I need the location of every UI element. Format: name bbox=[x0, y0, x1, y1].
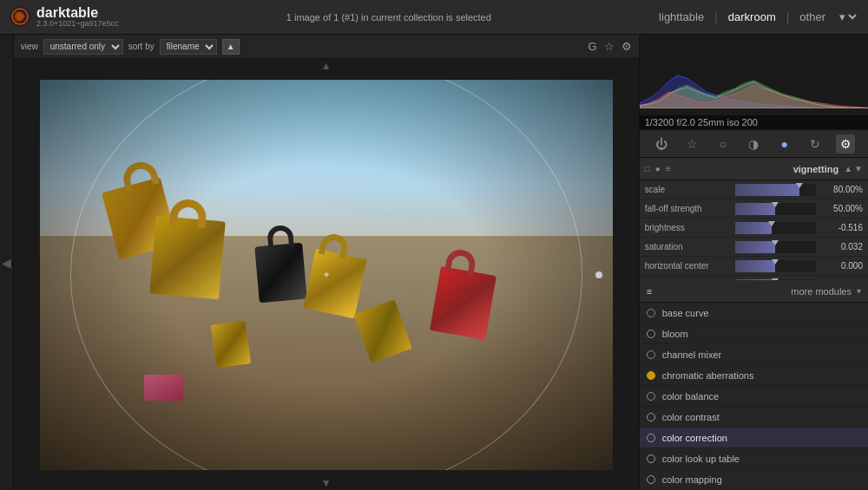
padlock-black bbox=[254, 242, 306, 303]
module-bullet-3 bbox=[647, 371, 655, 380]
module-bullet-8 bbox=[647, 475, 655, 484]
module-bullet-4 bbox=[647, 392, 655, 401]
param-row-1[interactable]: fall-off strength50.00% bbox=[640, 199, 868, 219]
more-modules-label: more modules bbox=[657, 286, 852, 297]
nav-lighttable[interactable]: lighttable bbox=[659, 10, 704, 23]
params-area: scale80.00%fall-off strength50.00%bright… bbox=[640, 180, 868, 280]
param-marker-3 bbox=[772, 240, 779, 245]
module-item-label-6: color correction bbox=[662, 433, 727, 443]
power-icon[interactable]: ⏻ bbox=[652, 134, 671, 154]
param-bar-5[interactable] bbox=[735, 279, 816, 281]
app-version: 2.3.0+1021~ga917e5cc bbox=[36, 20, 119, 29]
module-preset-icon[interactable]: ● bbox=[655, 164, 661, 173]
module-item-4[interactable]: color balance bbox=[640, 386, 868, 407]
module-list: base curvebloomchannel mixerchromatic ab… bbox=[640, 303, 868, 490]
padlock-2 bbox=[149, 215, 226, 299]
module-enable-icon[interactable]: □ bbox=[645, 164, 650, 173]
dot-circle-icon[interactable]: ● bbox=[775, 134, 794, 154]
module-bullet-1 bbox=[647, 330, 655, 338]
half-circle-icon[interactable]: ◑ bbox=[744, 134, 763, 154]
param-bar-fill-3 bbox=[735, 241, 776, 253]
histogram: 1/3200 f/2.0 25mm iso 200 bbox=[640, 35, 868, 130]
nav-dropdown[interactable]: ▾ bbox=[836, 10, 859, 24]
image-viewport: ✦ bbox=[14, 73, 639, 476]
nav-darkroom[interactable]: darkroom bbox=[728, 10, 776, 23]
module-bullet-0 bbox=[647, 309, 655, 317]
module-item-1[interactable]: bloom bbox=[640, 323, 868, 344]
circle-module-icon[interactable]: ○ bbox=[713, 134, 733, 154]
status-message: 1 image of 1 (#1) in current collection … bbox=[286, 12, 491, 23]
module-item-label-5: color contrast bbox=[662, 412, 720, 422]
param-marker-0 bbox=[796, 183, 803, 188]
module-up-arrow[interactable]: ▲ bbox=[844, 164, 852, 173]
param-bar-1[interactable] bbox=[735, 203, 816, 215]
param-row-3[interactable]: saturation0.032 bbox=[640, 238, 868, 257]
module-item-3[interactable]: chromatic aberrations bbox=[640, 365, 868, 386]
g-icon[interactable]: G bbox=[589, 40, 597, 53]
star-module-icon[interactable]: ☆ bbox=[683, 134, 702, 154]
settings-module-icon[interactable]: ⚙ bbox=[836, 134, 855, 154]
module-bullet-5 bbox=[647, 413, 655, 421]
param-bar-4[interactable] bbox=[735, 260, 816, 272]
param-bar-fill-4 bbox=[735, 260, 776, 272]
logo-area: darktable 2.3.0+1021~ga917e5cc bbox=[9, 5, 119, 29]
module-item-8[interactable]: color mapping bbox=[640, 469, 868, 490]
param-value-1: 50.00% bbox=[819, 204, 863, 213]
param-bar-0[interactable] bbox=[735, 184, 816, 196]
nav-other[interactable]: other bbox=[799, 10, 825, 23]
module-item-6[interactable]: color correction bbox=[640, 428, 868, 448]
param-bar-fill-1 bbox=[735, 203, 776, 215]
param-row-0[interactable]: scale80.00% bbox=[640, 180, 868, 199]
module-item-label-1: bloom bbox=[662, 329, 688, 339]
refresh-icon[interactable]: ↻ bbox=[806, 134, 825, 154]
module-bullet-7 bbox=[647, 454, 655, 463]
module-bullet-6 bbox=[647, 434, 655, 442]
param-marker-2 bbox=[768, 221, 775, 226]
padlock-red bbox=[430, 265, 496, 339]
param-bar-fill-2 bbox=[735, 222, 772, 234]
module-item-2[interactable]: channel mixer bbox=[640, 344, 868, 365]
module-bullet-2 bbox=[647, 350, 655, 359]
sort-select[interactable]: filename bbox=[160, 39, 217, 55]
right-panel: 1/3200 f/2.0 25mm iso 200 ⏻ ☆ ○ ◑ ● ↻ ⚙ … bbox=[639, 35, 868, 490]
main-image: ✦ bbox=[40, 80, 613, 470]
more-modules-row[interactable]: ≡ more modules ▾ bbox=[640, 280, 868, 303]
module-item-7[interactable]: color look up table bbox=[640, 448, 868, 469]
param-value-4: 0.000 bbox=[819, 261, 863, 271]
module-nav-arrows: ▲ ▼ bbox=[844, 164, 863, 173]
view-label: view bbox=[21, 42, 38, 51]
view-select[interactable]: unstarred only bbox=[43, 39, 123, 55]
module-item-label-7: color look up table bbox=[662, 454, 740, 464]
module-item-5[interactable]: color contrast bbox=[640, 407, 868, 428]
param-value-2: -0.516 bbox=[819, 223, 863, 232]
param-label-4: horizontal center bbox=[645, 261, 732, 271]
gear-icon[interactable]: ⚙ bbox=[621, 40, 632, 53]
nav-sep-2: | bbox=[786, 10, 790, 24]
param-value-3: 0.032 bbox=[819, 242, 863, 252]
param-marker-4 bbox=[772, 259, 779, 265]
param-label-1: fall-off strength bbox=[645, 204, 732, 213]
param-marker-1 bbox=[772, 202, 779, 207]
module-item-label-0: base curve bbox=[662, 308, 709, 318]
module-item-0[interactable]: base curve bbox=[640, 303, 868, 323]
param-bar-3[interactable] bbox=[735, 241, 816, 253]
app-name: darktable bbox=[36, 5, 119, 21]
param-bar-2[interactable] bbox=[735, 222, 816, 234]
star-icon[interactable]: ☆ bbox=[604, 40, 615, 53]
param-value-0: 80.00% bbox=[819, 185, 863, 194]
down-arrow-button[interactable]: ▼ bbox=[14, 476, 639, 490]
circle-handle[interactable] bbox=[595, 271, 602, 278]
param-row-4[interactable]: horizontal center0.000 bbox=[640, 257, 868, 276]
module-item-label-2: channel mixer bbox=[662, 350, 721, 360]
center-panel: view unstarred only sort by filename ▲ G… bbox=[14, 35, 639, 490]
main-area: ◀ view unstarred only sort by filename ▲… bbox=[0, 35, 868, 490]
up-arrow-button[interactable]: ▲ bbox=[14, 59, 639, 73]
logo-text-area: darktable 2.3.0+1021~ga917e5cc bbox=[36, 5, 119, 29]
param-label-3: saturation bbox=[645, 242, 732, 252]
param-row-2[interactable]: brightness-0.516 bbox=[640, 219, 868, 238]
module-menu-icon[interactable]: ≡ bbox=[666, 164, 671, 173]
top-nav: lighttable | darkroom | other ▾ bbox=[659, 10, 859, 24]
module-down-arrow[interactable]: ▼ bbox=[854, 164, 863, 173]
sort-dir-button[interactable]: ▲ bbox=[222, 39, 240, 55]
left-panel-toggle[interactable]: ◀ bbox=[0, 35, 14, 490]
